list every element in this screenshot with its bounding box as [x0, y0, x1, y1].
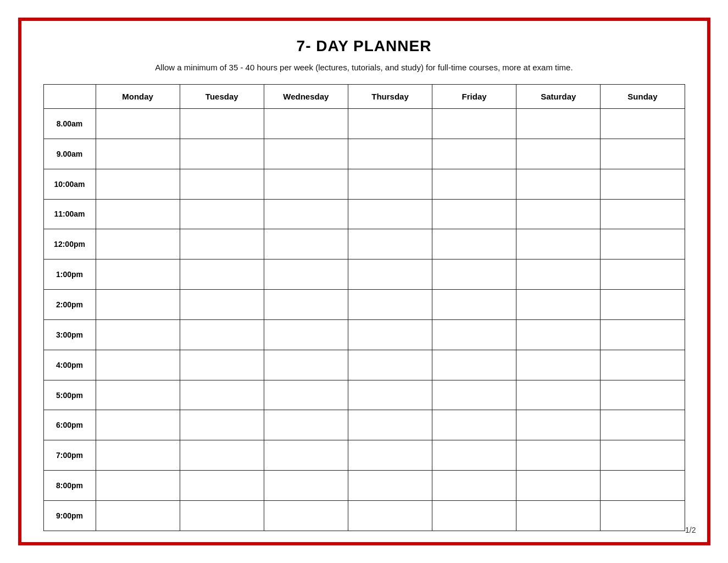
day-cell[interactable]	[264, 350, 348, 380]
day-cell[interactable]	[348, 260, 432, 290]
day-cell[interactable]	[348, 410, 432, 440]
day-cell[interactable]	[180, 199, 264, 229]
day-cell[interactable]	[601, 410, 685, 440]
day-cell[interactable]	[264, 229, 348, 260]
day-cell[interactable]	[180, 139, 264, 169]
day-cell[interactable]	[96, 169, 180, 199]
day-cell[interactable]	[348, 500, 432, 531]
day-cell[interactable]	[180, 290, 264, 320]
day-cell[interactable]	[516, 500, 601, 531]
day-cell[interactable]	[96, 290, 180, 320]
day-cell[interactable]	[432, 410, 516, 440]
day-cell[interactable]	[348, 350, 432, 380]
day-cell[interactable]	[264, 500, 348, 531]
day-cell[interactable]	[601, 471, 685, 501]
day-cell[interactable]	[264, 169, 348, 199]
day-cell[interactable]	[180, 229, 264, 260]
day-cell[interactable]	[516, 199, 601, 229]
day-cell[interactable]	[516, 410, 601, 440]
day-cell[interactable]	[432, 500, 516, 531]
day-cell[interactable]	[180, 350, 264, 380]
day-cell[interactable]	[601, 380, 685, 410]
day-cell[interactable]	[601, 500, 685, 531]
day-cell[interactable]	[180, 319, 264, 350]
day-cell[interactable]	[96, 260, 180, 290]
day-cell[interactable]	[516, 471, 601, 501]
day-cell[interactable]	[348, 229, 432, 260]
day-cell[interactable]	[96, 350, 180, 380]
day-cell[interactable]	[432, 290, 516, 320]
day-cell[interactable]	[516, 229, 601, 260]
day-cell[interactable]	[264, 109, 348, 139]
day-cell[interactable]	[348, 440, 432, 471]
day-cell[interactable]	[96, 380, 180, 410]
day-cell[interactable]	[516, 109, 601, 139]
day-cell[interactable]	[516, 319, 601, 350]
day-cell[interactable]	[180, 471, 264, 501]
day-cell[interactable]	[264, 380, 348, 410]
day-cell[interactable]	[432, 440, 516, 471]
day-cell[interactable]	[348, 380, 432, 410]
day-cell[interactable]	[601, 350, 685, 380]
day-cell[interactable]	[601, 139, 685, 169]
day-cell[interactable]	[601, 109, 685, 139]
day-cell[interactable]	[432, 260, 516, 290]
day-cell[interactable]	[348, 290, 432, 320]
day-cell[interactable]	[96, 109, 180, 139]
day-cell[interactable]	[264, 471, 348, 501]
day-cell[interactable]	[180, 410, 264, 440]
day-cell[interactable]	[96, 199, 180, 229]
day-cell[interactable]	[516, 440, 601, 471]
day-cell[interactable]	[96, 500, 180, 531]
day-cell[interactable]	[96, 319, 180, 350]
day-cell[interactable]	[180, 109, 264, 139]
day-cell[interactable]	[601, 260, 685, 290]
day-cell[interactable]	[348, 109, 432, 139]
day-cell[interactable]	[96, 410, 180, 440]
day-cell[interactable]	[180, 380, 264, 410]
day-cell[interactable]	[264, 199, 348, 229]
table-row: 9.00am	[43, 139, 685, 169]
day-cell[interactable]	[432, 350, 516, 380]
day-cell[interactable]	[432, 109, 516, 139]
day-cell[interactable]	[432, 319, 516, 350]
day-cell[interactable]	[432, 380, 516, 410]
day-cell[interactable]	[516, 260, 601, 290]
day-cell[interactable]	[348, 169, 432, 199]
day-cell[interactable]	[601, 319, 685, 350]
day-cell[interactable]	[96, 229, 180, 260]
day-cell[interactable]	[601, 169, 685, 199]
day-cell[interactable]	[348, 319, 432, 350]
day-cell[interactable]	[432, 139, 516, 169]
day-cell[interactable]	[180, 440, 264, 471]
day-cell[interactable]	[601, 229, 685, 260]
time-cell: 5:00pm	[43, 380, 96, 410]
day-cell[interactable]	[432, 471, 516, 501]
day-cell[interactable]	[516, 139, 601, 169]
day-cell[interactable]	[264, 440, 348, 471]
day-cell[interactable]	[348, 139, 432, 169]
day-cell[interactable]	[264, 319, 348, 350]
day-cell[interactable]	[516, 350, 601, 380]
day-cell[interactable]	[601, 440, 685, 471]
day-cell[interactable]	[348, 199, 432, 229]
day-cell[interactable]	[516, 169, 601, 199]
day-cell[interactable]	[432, 169, 516, 199]
day-cell[interactable]	[96, 471, 180, 501]
day-cell[interactable]	[96, 440, 180, 471]
day-cell[interactable]	[601, 199, 685, 229]
day-cell[interactable]	[180, 169, 264, 199]
day-cell[interactable]	[432, 229, 516, 260]
day-cell[interactable]	[96, 139, 180, 169]
day-cell[interactable]	[432, 199, 516, 229]
day-cell[interactable]	[180, 500, 264, 531]
day-cell[interactable]	[348, 471, 432, 501]
day-cell[interactable]	[516, 380, 601, 410]
day-cell[interactable]	[264, 290, 348, 320]
day-cell[interactable]	[601, 290, 685, 320]
day-cell[interactable]	[516, 290, 601, 320]
day-cell[interactable]	[264, 139, 348, 169]
day-cell[interactable]	[264, 410, 348, 440]
day-cell[interactable]	[264, 260, 348, 290]
day-cell[interactable]	[180, 260, 264, 290]
